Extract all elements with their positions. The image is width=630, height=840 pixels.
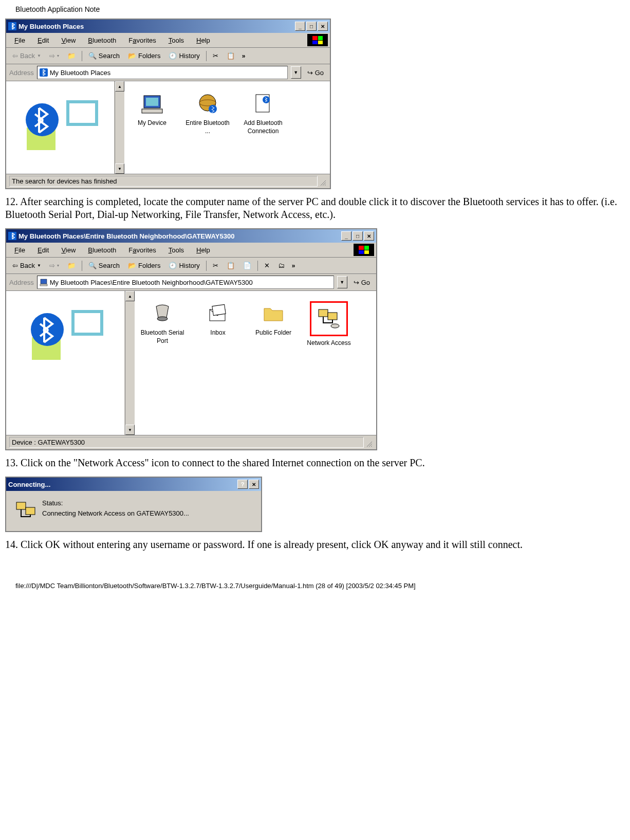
titlebar[interactable]: My Bluetooth Places _ □ ✕ bbox=[6, 20, 330, 33]
back-icon: ⇦ bbox=[12, 52, 18, 60]
icon-public-folder[interactable]: Public Folder bbox=[251, 301, 296, 337]
folders-button[interactable]: 📂Folders bbox=[125, 260, 163, 271]
dialog-text: Status: Connecting Network Access on GAT… bbox=[42, 498, 189, 522]
separator bbox=[206, 261, 207, 271]
cut-button[interactable]: ✂ bbox=[210, 50, 221, 62]
window-bluetooth-places: My Bluetooth Places _ □ ✕ File Edit View… bbox=[5, 19, 331, 189]
menu-bluetooth[interactable]: Bluetooth bbox=[82, 34, 122, 46]
content-area: ▲ ▼ My Device Entire Bluetooth ... Add B… bbox=[6, 81, 330, 174]
scroll-up-button[interactable]: ▲ bbox=[115, 81, 124, 92]
menu-view[interactable]: View bbox=[55, 244, 82, 256]
resize-grip[interactable] bbox=[364, 437, 373, 448]
icon-serial-port[interactable]: Bluetooth Serial Port bbox=[140, 301, 185, 345]
separator bbox=[82, 51, 82, 61]
menu-edit[interactable]: Edit bbox=[31, 34, 55, 46]
help-button[interactable]: ? bbox=[237, 480, 248, 489]
footer-path: file:///D|/MDC Team/Billionton/Bluetooth… bbox=[15, 582, 625, 590]
titlebar[interactable]: My Bluetooth Places\Entire Bluetooth Nei… bbox=[6, 229, 376, 243]
forward-button[interactable]: ⇨▾ bbox=[46, 50, 62, 62]
sidebar-panel bbox=[6, 291, 125, 435]
maximize-button[interactable]: □ bbox=[306, 22, 317, 31]
history-icon: 🕘 bbox=[169, 52, 177, 60]
windows-logo bbox=[354, 244, 374, 256]
folders-button[interactable]: 📂Folders bbox=[125, 50, 163, 62]
icon-label: Add Bluetooth Connection bbox=[240, 119, 286, 135]
close-button[interactable]: ✕ bbox=[364, 231, 374, 241]
svg-point-27 bbox=[331, 324, 339, 328]
icon-label: Network Access bbox=[306, 339, 351, 348]
go-button[interactable]: ↪Go bbox=[304, 68, 327, 78]
menu-help[interactable]: Help bbox=[190, 244, 216, 256]
history-button[interactable]: 🕘History bbox=[165, 50, 202, 62]
titlebar[interactable]: Connecting... ? ✕ bbox=[6, 478, 261, 491]
menu-tools[interactable]: Tools bbox=[162, 244, 190, 256]
scrollbar[interactable]: ▲ ▼ bbox=[125, 291, 135, 435]
icon-add-connection[interactable]: Add Bluetooth Connection bbox=[240, 92, 286, 135]
folder-icon bbox=[261, 301, 286, 326]
close-button[interactable]: ✕ bbox=[318, 22, 328, 31]
svg-line-30 bbox=[371, 446, 372, 447]
menu-file[interactable]: File bbox=[8, 34, 31, 46]
delete-button[interactable]: ✕ bbox=[261, 260, 273, 271]
step-14-text: 14. Click OK without entering any userna… bbox=[5, 538, 625, 551]
scroll-track[interactable] bbox=[115, 92, 124, 163]
paste-button[interactable]: 📄 bbox=[240, 260, 254, 271]
minimize-button[interactable]: _ bbox=[341, 231, 351, 241]
minimize-button[interactable]: _ bbox=[295, 22, 305, 31]
scroll-track[interactable] bbox=[125, 301, 135, 425]
back-button[interactable]: ⇦Back▼ bbox=[9, 50, 44, 62]
address-dropdown[interactable]: ▼ bbox=[337, 276, 347, 288]
back-button[interactable]: ⇦Back▼ bbox=[9, 260, 44, 271]
menu-favorites[interactable]: Favorites bbox=[122, 244, 162, 256]
go-icon: ↪ bbox=[354, 279, 359, 286]
toolbar-overflow[interactable]: » bbox=[240, 51, 248, 61]
resize-grip[interactable] bbox=[318, 176, 327, 187]
properties-button[interactable]: 🗂 bbox=[275, 260, 288, 271]
serial-port-icon bbox=[150, 301, 175, 326]
svg-rect-6 bbox=[146, 98, 158, 106]
properties-icon: 🗂 bbox=[278, 262, 285, 269]
menu-tools[interactable]: Tools bbox=[162, 34, 190, 46]
history-button[interactable]: 🕘History bbox=[165, 260, 202, 271]
separator bbox=[257, 261, 258, 271]
icons-area: Bluetooth Serial Port Inbox Public Folde… bbox=[135, 291, 376, 435]
svg-rect-32 bbox=[26, 507, 35, 515]
address-dropdown[interactable]: ▼ bbox=[291, 66, 301, 79]
up-button[interactable]: 📁 bbox=[64, 50, 79, 62]
search-button[interactable]: 🔍Search bbox=[85, 260, 123, 271]
copy-button[interactable]: 📋 bbox=[224, 260, 238, 271]
icon-network-access[interactable]: Network Access bbox=[306, 301, 351, 348]
scroll-up-button[interactable]: ▲ bbox=[125, 291, 135, 301]
scroll-down-button[interactable]: ▼ bbox=[115, 163, 124, 174]
svg-rect-26 bbox=[328, 313, 337, 320]
search-button[interactable]: 🔍Search bbox=[85, 50, 123, 62]
windows-logo bbox=[307, 34, 328, 46]
menu-file[interactable]: File bbox=[8, 244, 31, 256]
scrollbar[interactable]: ▲ ▼ bbox=[115, 81, 124, 174]
folders-icon: 📂 bbox=[128, 52, 136, 60]
close-button[interactable]: ✕ bbox=[249, 480, 259, 489]
icon-inbox[interactable]: Inbox bbox=[195, 301, 240, 337]
scroll-down-button[interactable]: ▼ bbox=[125, 425, 135, 435]
menu-favorites[interactable]: Favorites bbox=[122, 34, 162, 46]
maximize-button[interactable]: □ bbox=[353, 231, 363, 241]
menu-bluetooth[interactable]: Bluetooth bbox=[82, 244, 122, 256]
icon-my-device[interactable]: My Device bbox=[129, 92, 175, 127]
toolbar-overflow[interactable]: » bbox=[290, 261, 298, 270]
icon-entire-bluetooth[interactable]: Entire Bluetooth ... bbox=[185, 92, 230, 135]
menu-edit[interactable]: Edit bbox=[31, 244, 55, 256]
cut-button[interactable]: ✂ bbox=[210, 260, 221, 271]
icon-label: Inbox bbox=[195, 329, 240, 337]
document-bluetooth-icon bbox=[251, 92, 275, 116]
icon-label: My Device bbox=[129, 119, 175, 127]
address-field[interactable]: My Bluetooth Places\Entire Bluetooth Nei… bbox=[37, 276, 334, 289]
menu-help[interactable]: Help bbox=[190, 34, 216, 46]
go-button[interactable]: ↪Go bbox=[350, 278, 373, 287]
address-field[interactable]: My Bluetooth Places bbox=[37, 66, 288, 79]
status-text: Device : GATEWAY5300 bbox=[9, 437, 364, 448]
menu-view[interactable]: View bbox=[55, 34, 82, 46]
forward-button[interactable]: ⇨▾ bbox=[46, 260, 62, 271]
copy-button[interactable]: 📋 bbox=[224, 50, 238, 62]
up-button[interactable]: 📁 bbox=[64, 260, 79, 271]
toolbar: ⇦Back▼ ⇨▾ 📁 🔍Search 📂Folders 🕘History ✂ … bbox=[6, 48, 330, 64]
